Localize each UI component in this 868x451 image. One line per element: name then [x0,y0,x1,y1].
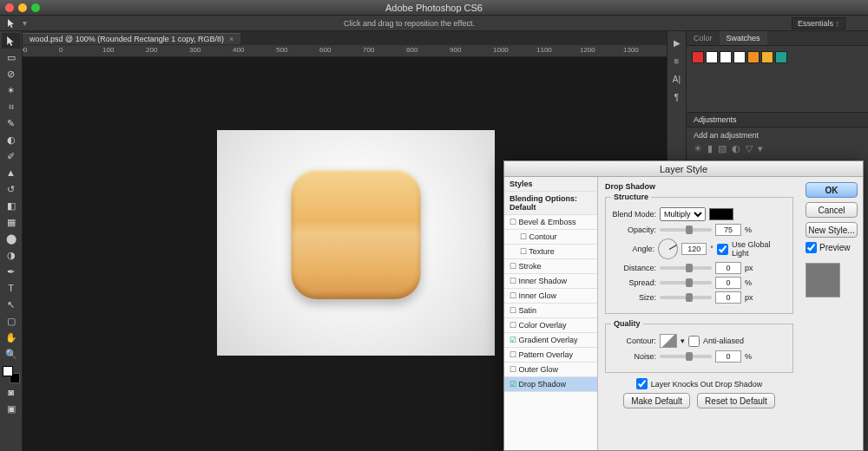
use-global-light-checkbox[interactable] [717,244,728,255]
quality-legend: Quality [611,319,643,328]
distance-slider[interactable] [660,266,712,270]
heal-tool[interactable]: ◐ [2,132,21,147]
paragraph-panel-icon[interactable]: ¶ [674,93,679,102]
anti-aliased-checkbox[interactable] [688,336,700,347]
curves-icon[interactable]: ▧ [718,143,727,154]
dialog-title: Layer Style [504,161,863,177]
type-tool[interactable]: T [2,280,21,296]
angle-input[interactable]: 120 [681,243,707,255]
reset-default-button[interactable]: Reset to Default [697,393,775,409]
canvas[interactable] [217,130,495,356]
ok-button[interactable]: OK [806,182,858,198]
styles-header[interactable]: Styles [504,177,597,192]
blur-tool[interactable]: ⬤ [2,231,21,246]
lasso-tool[interactable]: ⊘ [2,66,21,82]
texture-item[interactable]: Texture [504,245,597,259]
zoom-tool[interactable]: 🔍 [2,346,21,362]
history-brush-tool[interactable]: ↺ [2,181,21,197]
spread-slider[interactable] [660,281,712,284]
dodge-tool[interactable]: ◑ [2,247,21,263]
shadow-color-chip[interactable] [709,208,733,220]
preview-swatch [806,263,840,297]
noise-slider[interactable] [660,355,712,358]
swatch[interactable] [747,51,760,63]
bevel-emboss-item[interactable]: Bevel & Emboss [504,215,597,230]
exposure-icon[interactable]: ◐ [732,143,740,154]
swatch[interactable] [720,51,732,63]
blending-options[interactable]: Blending Options: Default [504,192,597,215]
drop-shadow-item[interactable]: Drop Shadow [504,377,597,392]
history-panel-icon[interactable]: ▶ [674,38,681,48]
gradient-tool[interactable]: ▦ [2,214,21,230]
preview-checkbox[interactable] [806,242,817,253]
opacity-slider[interactable] [660,228,712,232]
new-style-button[interactable]: New Style... [806,222,858,238]
vibrance-icon[interactable]: ▽ [746,143,753,154]
satin-item[interactable]: Satin [504,304,597,318]
adjustments-tab[interactable]: Adjustments [687,112,868,127]
noise-label: Noise: [611,352,656,361]
drop-shadow-settings: Drop Shadow Structure Blend Mode: Multip… [598,177,800,450]
swatch[interactable] [692,51,704,63]
levels-icon[interactable]: ▮ [707,143,713,154]
shape-tool[interactable]: ▢ [2,313,21,329]
more-icon[interactable]: ▾ [758,143,763,154]
distance-label: Distance: [611,264,656,272]
swatches-tab[interactable]: Swatches [720,31,767,45]
noise-input[interactable]: 0 [715,350,741,363]
brush-tool[interactable]: ✐ [2,148,21,164]
crop-tool[interactable]: ⌗ [2,99,21,114]
eyedropper-tool[interactable]: ✎ [2,115,21,131]
pen-tool[interactable]: ✒ [2,264,21,279]
gradient-overlay-item[interactable]: Gradient Overlay [504,333,597,348]
inner-glow-item[interactable]: Inner Glow [504,289,597,304]
color-overlay-item[interactable]: Color Overlay [504,318,597,333]
actions-panel-icon[interactable]: ≡ [674,56,680,66]
spread-input[interactable]: 0 [715,277,741,289]
move-tool[interactable] [2,33,21,49]
inner-shadow-item[interactable]: Inner Shadow [504,274,597,289]
contour-picker[interactable] [660,334,677,348]
fg-bg-colors[interactable] [3,366,20,383]
adjustments-body: Add an adjustment ☀ ▮ ▧ ◐ ▽ ▾ [687,127,868,158]
add-adjustment-label: Add an adjustment [694,131,861,140]
brightness-icon[interactable]: ☀ [694,143,702,154]
pattern-overlay-item[interactable]: Pattern Overlay [504,348,597,363]
opacity-input[interactable]: 75 [715,224,741,236]
angle-dial[interactable] [658,239,678,259]
tools-panel: ▭ ⊘ ✶ ⌗ ✎ ◐ ✐ ▲ ↺ ◧ ▦ ⬤ ◑ ✒ T ↖ ▢ ✋ 🔍 ◙ … [0,31,23,451]
marquee-tool[interactable]: ▭ [2,49,21,65]
move-tool-icon[interactable] [5,17,17,29]
distance-input[interactable]: 0 [715,262,741,274]
swatch[interactable] [761,51,773,63]
cancel-button[interactable]: Cancel [806,202,858,218]
blend-mode-select[interactable]: Multiply [660,207,706,221]
workspace-switcher[interactable]: Essentials ↕ [792,17,845,29]
character-panel-icon[interactable]: A| [673,75,681,84]
document-tab[interactable]: wood.psd @ 100% (Rounded Rectangle 1 cop… [23,33,240,44]
contour-item[interactable]: Contour [504,230,597,245]
outer-glow-item[interactable]: Outer Glow [504,363,597,377]
swatch[interactable] [775,51,787,63]
horizontal-ruler: 6000100200300400500600700800900100011001… [23,45,668,57]
wand-tool[interactable]: ✶ [2,82,21,98]
swatch[interactable] [706,51,718,63]
path-tool[interactable]: ↖ [2,297,21,312]
stroke-item[interactable]: Stroke [504,259,597,274]
hand-tool[interactable]: ✋ [2,330,21,345]
eraser-tool[interactable]: ◧ [2,198,21,213]
screenmode-icon[interactable]: ▣ [2,401,21,416]
make-default-button[interactable]: Make Default [623,393,690,409]
preview-label: Preview [819,243,851,252]
size-slider[interactable] [660,296,712,299]
swatch[interactable] [733,51,746,63]
color-tab[interactable]: Color [687,31,720,45]
close-tab-icon[interactable]: × [229,35,233,43]
collapsed-panel-dock: ▶ ≡ A| ¶ [667,31,686,170]
swatches-grid [687,46,868,69]
knockout-checkbox[interactable] [636,378,648,389]
size-label: Size: [611,293,656,302]
stamp-tool[interactable]: ▲ [2,165,21,180]
quickmask-icon[interactable]: ◙ [2,384,21,400]
size-input[interactable]: 0 [715,291,741,304]
